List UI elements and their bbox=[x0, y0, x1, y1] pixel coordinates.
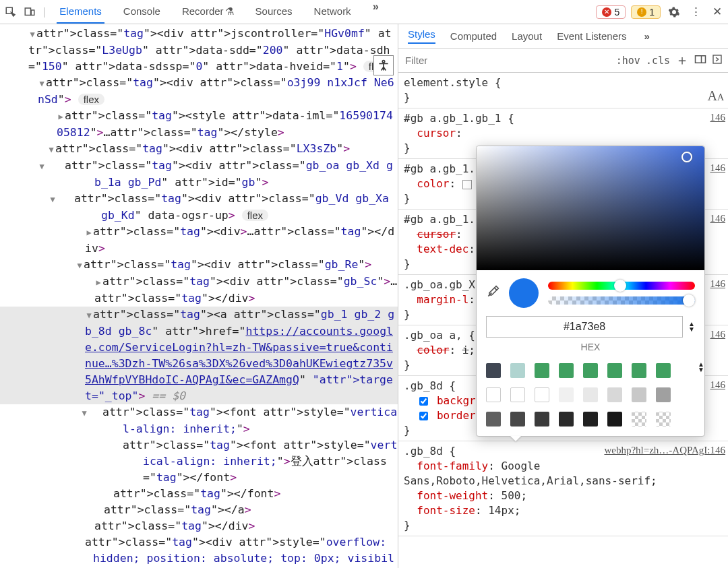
error-icon: ✕ bbox=[602, 7, 611, 17]
palette-swatch[interactable] bbox=[656, 387, 671, 402]
alpha-slider[interactable] bbox=[548, 296, 695, 305]
palette-swatch[interactable] bbox=[559, 363, 574, 378]
hue-slider[interactable] bbox=[548, 282, 695, 290]
palette-swatch[interactable] bbox=[510, 387, 525, 402]
color-swatch-icon[interactable] bbox=[462, 180, 472, 189]
styles-filter-input[interactable] bbox=[404, 54, 611, 67]
color-saturation-field[interactable] bbox=[477, 146, 704, 270]
source-link[interactable]: 146 bbox=[710, 211, 726, 226]
palette-swatch[interactable] bbox=[583, 363, 598, 378]
style-rule[interactable]: element.style {}AA bbox=[398, 73, 728, 108]
palette-swatch[interactable] bbox=[486, 412, 501, 427]
tab-recorder[interactable]: Recorder⚗ bbox=[179, 0, 237, 24]
source-link[interactable]: 146 bbox=[710, 276, 726, 291]
palette-swatch[interactable] bbox=[607, 363, 622, 378]
palette-stepper[interactable]: ▲▼ bbox=[698, 362, 704, 373]
tab-network[interactable]: Network bbox=[311, 0, 354, 24]
tab-event-listeners[interactable]: Event Listeners bbox=[557, 30, 626, 42]
palette-swatch[interactable] bbox=[510, 412, 525, 427]
tab-layout[interactable]: Layout bbox=[512, 30, 542, 42]
tab-elements[interactable]: Elements bbox=[57, 0, 104, 24]
color-cursor[interactable] bbox=[681, 152, 692, 162]
palette-swatch[interactable] bbox=[486, 387, 501, 402]
tab-sources[interactable]: Sources bbox=[253, 0, 295, 24]
palette-swatch[interactable] bbox=[607, 387, 622, 402]
style-prop-checkbox[interactable] bbox=[419, 397, 428, 406]
color-format-label: HEX bbox=[477, 342, 704, 358]
palette-swatch[interactable] bbox=[656, 363, 671, 378]
computed-styles-icon[interactable] bbox=[712, 54, 723, 67]
palette-swatch[interactable] bbox=[535, 387, 549, 402]
palette-swatch[interactable] bbox=[607, 412, 622, 427]
palette-swatch[interactable] bbox=[535, 412, 549, 427]
svg-rect-4 bbox=[696, 56, 706, 63]
palette-swatch[interactable] bbox=[486, 363, 501, 378]
color-preview-swatch bbox=[509, 278, 539, 308]
source-link[interactable]: 146 bbox=[710, 160, 726, 175]
warning-count-pill[interactable]: !1 bbox=[631, 5, 661, 19]
svg-rect-5 bbox=[713, 55, 721, 63]
flask-icon: ⚗ bbox=[225, 5, 234, 17]
svg-point-3 bbox=[382, 61, 384, 63]
palette-swatch[interactable] bbox=[535, 363, 549, 378]
palette-swatch[interactable] bbox=[583, 412, 598, 427]
svg-rect-2 bbox=[31, 10, 34, 15]
source-link[interactable]: 146 bbox=[710, 110, 726, 125]
more-styles-tabs-icon[interactable]: » bbox=[642, 30, 653, 42]
palette-swatch[interactable] bbox=[656, 412, 671, 427]
palette-swatch[interactable] bbox=[559, 412, 574, 427]
error-count-pill[interactable]: ✕5 bbox=[596, 5, 626, 19]
color-picker-popup: #1a73e8 ▲▼ HEX ▲▼ bbox=[476, 146, 705, 437]
source-link[interactable]: 146 bbox=[710, 377, 726, 392]
settings-icon[interactable] bbox=[666, 4, 682, 20]
new-style-rule-icon[interactable]: ＋ bbox=[675, 51, 689, 69]
tab-console[interactable]: Console bbox=[121, 0, 163, 24]
style-rule[interactable]: webhp?hl=zh…-AQPAgI:146.gb_8d { font-fam… bbox=[398, 441, 728, 536]
source-link[interactable]: 146 bbox=[710, 327, 726, 342]
style-prop-checkbox[interactable] bbox=[419, 412, 428, 420]
palette-swatch[interactable] bbox=[559, 387, 574, 402]
panel-tabs: Elements Console Recorder⚗ Sources Netwo… bbox=[57, 0, 382, 24]
svg-rect-1 bbox=[25, 8, 30, 15]
close-icon[interactable]: ✕ bbox=[709, 4, 725, 20]
devtools-toolbar: | Elements Console Recorder⚗ Sources Net… bbox=[0, 0, 728, 24]
tab-computed[interactable]: Computed bbox=[450, 30, 497, 42]
font-size-icon[interactable]: AA bbox=[707, 88, 724, 105]
palette-swatch[interactable] bbox=[510, 363, 525, 378]
rendering-icon[interactable] bbox=[694, 55, 706, 66]
hov-toggle[interactable]: :hov bbox=[616, 55, 640, 67]
eyedropper-icon[interactable] bbox=[486, 285, 499, 302]
elements-dom-tree[interactable]: ▼attr">class="tag"><div attr">jscontroll… bbox=[0, 24, 398, 568]
device-toggle-icon[interactable] bbox=[22, 4, 38, 20]
color-format-stepper[interactable]: ▲▼ bbox=[688, 321, 695, 332]
color-hex-input[interactable]: #1a73e8 bbox=[486, 316, 683, 338]
tab-styles[interactable]: Styles bbox=[408, 28, 435, 44]
more-tabs-icon[interactable]: » bbox=[370, 0, 382, 24]
cls-toggle[interactable]: .cls bbox=[646, 55, 670, 67]
styles-tabs: Styles Computed Layout Event Listeners » bbox=[398, 24, 728, 49]
source-link[interactable]: webhp?hl=zh…-AQPAgI:146 bbox=[604, 443, 725, 457]
inspect-element-icon[interactable] bbox=[3, 4, 19, 20]
palette-swatch[interactable] bbox=[632, 412, 646, 427]
palette-swatch[interactable] bbox=[583, 387, 598, 402]
kebab-menu-icon[interactable]: ⋮ bbox=[688, 4, 704, 20]
palette-swatch[interactable] bbox=[632, 387, 646, 402]
color-swatch-palette: ▲▼ bbox=[477, 358, 704, 436]
styles-filter-row: :hov .cls ＋ bbox=[398, 49, 728, 73]
warning-icon: ! bbox=[637, 7, 646, 17]
palette-swatch[interactable] bbox=[632, 363, 646, 378]
accessibility-icon[interactable] bbox=[373, 55, 394, 75]
